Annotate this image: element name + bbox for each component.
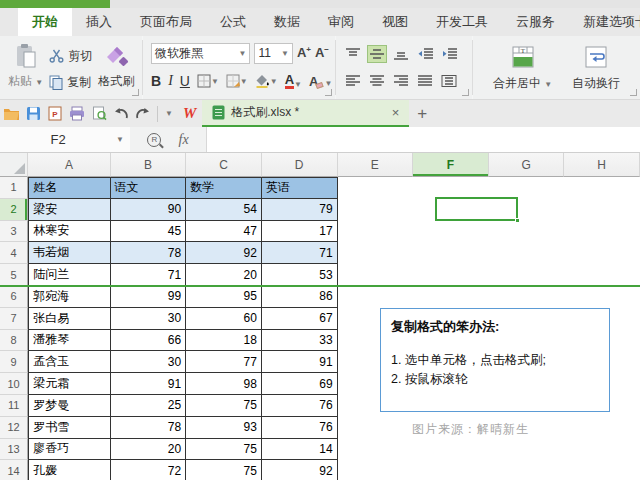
- align-left-button[interactable]: [344, 73, 362, 89]
- decrease-indent-button[interactable]: [416, 46, 434, 62]
- ribbon-tab-审阅[interactable]: 审阅: [314, 8, 368, 36]
- cell-H3[interactable]: [564, 221, 640, 243]
- column-header-E[interactable]: E: [338, 153, 414, 177]
- row-header-14[interactable]: 14: [0, 460, 28, 480]
- cell-H12[interactable]: [564, 417, 640, 439]
- cell-C13[interactable]: 75: [186, 439, 262, 461]
- note-text-box[interactable]: 复制格式的笨办法: 1. 选中单元格，点击格式刷; 2. 按鼠标滚轮: [380, 308, 610, 412]
- draw-border-button[interactable]: ▼: [226, 74, 248, 88]
- ribbon-tab-数据[interactable]: 数据: [260, 8, 314, 36]
- cell-A14[interactable]: 孔媛: [28, 460, 110, 480]
- cell-A4[interactable]: 韦若烟: [28, 242, 110, 264]
- cell-B4[interactable]: 78: [111, 242, 187, 264]
- cell-D5[interactable]: 53: [262, 264, 338, 286]
- font-size-select[interactable]: 11 ▼: [254, 43, 292, 64]
- cell-F6[interactable]: [413, 286, 489, 308]
- row-header-2[interactable]: 2: [0, 199, 28, 221]
- paste-button[interactable]: 粘贴 ▼: [8, 39, 43, 99]
- cell-F1[interactable]: [413, 177, 489, 199]
- cell-C12[interactable]: 93: [186, 417, 262, 439]
- cell-F3[interactable]: [413, 221, 489, 243]
- cell-D10[interactable]: 69: [262, 373, 338, 395]
- cell-C1[interactable]: 数学: [186, 177, 262, 199]
- cell-H14[interactable]: [564, 460, 640, 480]
- cell-A6[interactable]: 郭宛海: [28, 286, 110, 308]
- cell-D2[interactable]: 79: [262, 199, 338, 221]
- cell-G5[interactable]: [489, 264, 565, 286]
- cell-C10[interactable]: 98: [186, 373, 262, 395]
- cell-E2[interactable]: [338, 199, 414, 221]
- quick-access-dropdown[interactable]: ▼: [161, 109, 177, 118]
- align-bottom-button[interactable]: [392, 46, 410, 62]
- row-header-7[interactable]: 7: [0, 308, 28, 330]
- cell-D9[interactable]: 91: [262, 351, 338, 373]
- open-file-icon[interactable]: [0, 104, 22, 124]
- ribbon-tab-插入[interactable]: 插入: [72, 8, 126, 36]
- wrap-text-button[interactable]: 自动换行: [572, 39, 620, 99]
- cell-G6[interactable]: [489, 286, 565, 308]
- cell-A12[interactable]: 罗书雪: [28, 417, 110, 439]
- cell-E5[interactable]: [338, 264, 414, 286]
- cell-D14[interactable]: 92: [262, 460, 338, 480]
- row-header-5[interactable]: 5: [0, 264, 28, 286]
- save-icon[interactable]: [22, 104, 44, 124]
- new-tab-button[interactable]: +: [409, 104, 435, 124]
- row-header-6[interactable]: 6: [0, 286, 28, 308]
- cell-C7[interactable]: 60: [186, 308, 262, 330]
- column-header-C[interactable]: C: [186, 153, 262, 177]
- row-header-1[interactable]: 1: [0, 177, 28, 199]
- cell-B1[interactable]: 语文: [111, 177, 187, 199]
- insert-function-icon[interactable]: fx: [179, 132, 189, 148]
- ribbon-tab-云服务[interactable]: 云服务: [502, 8, 569, 36]
- row-header-13[interactable]: 13: [0, 439, 28, 461]
- cell-F14[interactable]: [413, 460, 489, 480]
- format-painter-button[interactable]: 格式刷: [98, 39, 134, 99]
- cell-B7[interactable]: 30: [111, 308, 187, 330]
- merge-center-button[interactable]: T 合并居中 ▼: [493, 39, 552, 99]
- cell-A3[interactable]: 林寒安: [28, 221, 110, 243]
- cell-A10[interactable]: 梁元霜: [28, 373, 110, 395]
- cell-C6[interactable]: 95: [186, 286, 262, 308]
- clear-format-button[interactable]: A ▼: [309, 75, 332, 88]
- close-tab-icon[interactable]: ×: [392, 105, 400, 120]
- redo-icon[interactable]: [132, 104, 154, 124]
- cell-D13[interactable]: 14: [262, 439, 338, 461]
- cell-D4[interactable]: 71: [262, 242, 338, 264]
- cell-B10[interactable]: 91: [111, 373, 187, 395]
- cut-button[interactable]: 剪切: [49, 44, 92, 68]
- cell-B6[interactable]: 99: [111, 286, 187, 308]
- align-top-button[interactable]: [344, 46, 362, 62]
- cell-C14[interactable]: 75: [186, 460, 262, 480]
- increase-indent-button[interactable]: [440, 46, 458, 62]
- formula-input[interactable]: [206, 127, 640, 152]
- cell-C4[interactable]: 92: [186, 242, 262, 264]
- cell-A8[interactable]: 潘雅琴: [28, 330, 110, 352]
- row-header-9[interactable]: 9: [0, 351, 28, 373]
- cell-H4[interactable]: [564, 242, 640, 264]
- cell-B9[interactable]: 30: [111, 351, 187, 373]
- font-color-button[interactable]: A ▼: [285, 73, 302, 89]
- cell-F13[interactable]: [413, 439, 489, 461]
- italic-button[interactable]: I: [168, 73, 173, 89]
- underline-button[interactable]: U: [180, 73, 190, 89]
- wps-logo[interactable]: W: [177, 105, 202, 122]
- borders-button[interactable]: ▼: [197, 74, 219, 88]
- cell-D6[interactable]: 86: [262, 286, 338, 308]
- cell-G14[interactable]: [489, 460, 565, 480]
- cell-E4[interactable]: [338, 242, 414, 264]
- cell-B5[interactable]: 71: [111, 264, 187, 286]
- cell-H1[interactable]: [564, 177, 640, 199]
- cell-A1[interactable]: 姓名: [28, 177, 110, 199]
- cell-A13[interactable]: 廖香巧: [28, 439, 110, 461]
- row-header-3[interactable]: 3: [0, 221, 28, 243]
- search-commands-icon[interactable]: R: [147, 133, 161, 147]
- font-name-select[interactable]: 微软雅黑 ▼: [151, 43, 250, 64]
- cell-A2[interactable]: 梁安: [28, 199, 110, 221]
- fill-handle[interactable]: [515, 218, 520, 223]
- print-icon[interactable]: [66, 104, 88, 124]
- column-header-A[interactable]: A: [28, 153, 110, 177]
- align-center-button[interactable]: [368, 73, 386, 89]
- cell-B8[interactable]: 66: [111, 330, 187, 352]
- cell-H2[interactable]: [564, 199, 640, 221]
- column-header-G[interactable]: G: [489, 153, 565, 177]
